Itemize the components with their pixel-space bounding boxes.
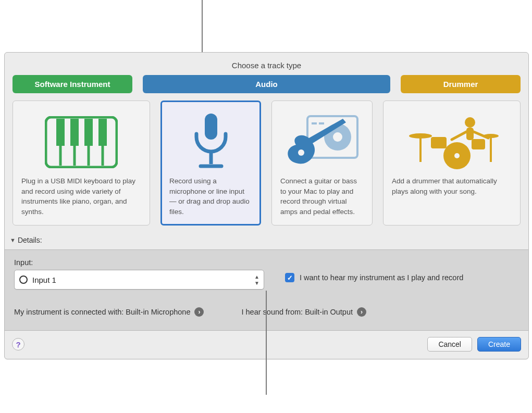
chevron-right-icon: ›: [194, 307, 204, 317]
track-type-tabs: Software Instrument Audio Drummer: [5, 75, 528, 93]
svg-rect-26: [431, 137, 447, 148]
cancel-button[interactable]: Cancel: [427, 337, 472, 352]
updown-icon: ▲▼: [250, 274, 264, 286]
output-device-prefix: I hear sound from:: [241, 308, 303, 316]
input-mono-icon: [15, 275, 32, 284]
tab-audio[interactable]: Audio: [143, 75, 390, 93]
drummer-icon: [392, 108, 512, 176]
help-button[interactable]: ?: [12, 338, 24, 351]
output-device-link[interactable]: I hear sound from: Built-in Output ›: [241, 307, 366, 317]
input-device-link[interactable]: My instrument is connected with: Built-i…: [14, 307, 204, 317]
svg-rect-9: [205, 114, 217, 140]
microphone-icon: [169, 108, 252, 176]
svg-point-14: [333, 132, 342, 142]
card-drummer[interactable]: Add a drummer that automatically plays a…: [383, 101, 521, 226]
create-button[interactable]: Create: [477, 337, 521, 352]
svg-rect-19: [466, 128, 474, 140]
svg-point-18: [465, 117, 475, 128]
input-device-value: Built-in Microphone: [126, 308, 190, 316]
guitar-amp-icon: [280, 108, 364, 176]
svg-rect-16: [319, 122, 324, 124]
details-disclosure[interactable]: ▼ Details:: [5, 234, 528, 249]
callout-line-bottom: [266, 291, 267, 395]
svg-rect-27: [472, 139, 485, 149]
callout-line-top: [202, 0, 203, 52]
output-device-value: Built-in Output: [305, 308, 353, 316]
svg-rect-5: [56, 119, 65, 146]
card-drummer-desc: Add a drummer that automatically plays a…: [392, 176, 512, 196]
card-audio-microphone[interactable]: Record using a microphone or line input …: [160, 101, 261, 226]
card-audio-guitar[interactable]: Connect a guitar or bass to your Mac to …: [271, 101, 373, 226]
svg-point-30: [20, 276, 27, 283]
monitor-checkbox-label: I want to hear my instrument as I play a…: [300, 273, 463, 282]
card-guitar-desc: Connect a guitar or bass to your Mac to …: [280, 176, 364, 217]
input-select[interactable]: Input 1 ▲▼: [14, 270, 264, 290]
svg-point-17: [298, 149, 304, 156]
card-software-desc: Plug in a USB MIDI keyboard to play and …: [21, 176, 141, 217]
svg-rect-6: [70, 119, 79, 146]
input-label: Input:: [14, 258, 264, 267]
monitor-checkbox[interactable]: ✓: [285, 273, 294, 282]
input-value: Input 1: [32, 276, 250, 284]
tab-software-instrument[interactable]: Software Instrument: [13, 75, 132, 93]
keyboard-icon: [21, 108, 141, 176]
disclosure-triangle-icon: ▼: [10, 237, 16, 243]
card-software-instrument[interactable]: Plug in a USB MIDI keyboard to play and …: [13, 101, 150, 226]
tab-drummer[interactable]: Drummer: [401, 75, 521, 93]
svg-line-20: [452, 132, 466, 140]
card-mic-desc: Record using a microphone or line input …: [169, 176, 252, 217]
chevron-right-icon: ›: [357, 307, 366, 317]
track-type-cards: Plug in a USB MIDI keyboard to play and …: [5, 93, 528, 234]
svg-rect-8: [98, 119, 107, 146]
dialog-title: Choose a track type: [5, 53, 528, 75]
input-device-prefix: My instrument is connected with:: [14, 308, 123, 316]
svg-rect-15: [312, 122, 317, 124]
svg-rect-7: [84, 119, 93, 146]
details-label: Details:: [18, 236, 42, 244]
svg-point-29: [454, 153, 460, 158]
